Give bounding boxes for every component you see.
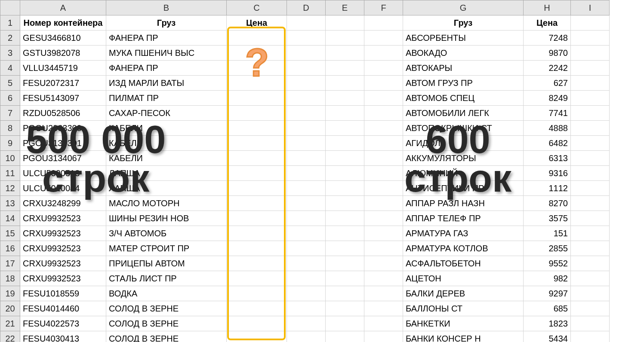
cell[interactable] [227,91,287,106]
cell[interactable] [364,46,403,61]
cell[interactable]: 9552 [524,256,571,271]
cell[interactable] [287,331,326,342]
col-header-I[interactable]: I [571,0,610,15]
cell[interactable] [364,316,403,331]
row-header[interactable]: 2 [0,31,20,46]
cell[interactable] [571,271,610,286]
cell[interactable] [227,286,287,301]
cell[interactable] [571,211,610,226]
cell[interactable] [326,211,364,226]
row-header[interactable]: 1 [0,15,20,31]
cell[interactable]: Номер контейнера [20,15,106,31]
cell[interactable] [571,106,610,121]
cell[interactable]: АЦЕТОН [403,271,524,286]
row-header[interactable]: 4 [0,61,20,76]
cell[interactable]: САХАР-ПЕСОК [106,106,227,121]
cell[interactable]: ФАНЕРА ПР [106,61,227,76]
cell[interactable] [287,91,326,106]
cell[interactable]: АВТОМОБИЛИ ЛЕГК [403,106,524,121]
cell[interactable] [227,226,287,241]
cell[interactable]: МАТЕР СТРОИТ ПР [106,241,227,256]
cell[interactable]: 1112 [524,181,571,196]
cell[interactable]: ПИЛМАТ ПР [106,91,227,106]
row-header[interactable]: 13 [0,196,20,211]
cell[interactable] [326,46,364,61]
cell[interactable] [364,241,403,256]
cell[interactable] [287,196,326,211]
cell[interactable] [287,106,326,121]
cell[interactable]: 9316 [524,166,571,181]
cell[interactable] [364,196,403,211]
cell[interactable]: МУКА ПШЕНИЧ ВЫС [106,46,227,61]
cell[interactable] [571,331,610,342]
cell[interactable]: VLLU3445719 [20,61,106,76]
cell[interactable]: БАЛКИ ДЕРЕВ [403,286,524,301]
row-header[interactable]: 12 [0,181,20,196]
cell[interactable]: КАБЕЛИ [106,136,227,151]
cell[interactable] [227,181,287,196]
cell[interactable]: АРМАТУРА КОТЛОВ [403,241,524,256]
cell[interactable]: FESU4014460 [20,301,106,316]
cell[interactable] [227,106,287,121]
cell[interactable]: Цена [524,15,571,31]
cell[interactable] [364,121,403,136]
col-header-D[interactable]: D [287,0,326,15]
cell[interactable] [326,256,364,271]
row-header[interactable]: 22 [0,331,20,342]
cell[interactable] [326,151,364,166]
cell[interactable] [287,46,326,61]
cell[interactable]: 2242 [524,61,571,76]
col-header-F[interactable]: F [364,0,403,15]
cell[interactable]: ВОДКА [106,286,227,301]
cell[interactable] [227,256,287,271]
cell[interactable] [571,121,610,136]
cell[interactable] [364,136,403,151]
cell[interactable] [571,226,610,241]
cell[interactable]: АППАР РАЗЛ НАЗН [403,196,524,211]
cell[interactable] [287,226,326,241]
cell[interactable] [227,196,287,211]
cell[interactable]: АВОКАДО [403,46,524,61]
cell[interactable] [364,151,403,166]
cell[interactable]: Груз [106,15,227,31]
cell[interactable]: ФАНЕРА ПР [106,31,227,46]
cell[interactable]: FESU5143097 [20,91,106,106]
cell[interactable] [571,151,610,166]
cell[interactable] [571,241,610,256]
cell[interactable] [571,196,610,211]
cell[interactable]: МАСЛО МОТОРН [106,196,227,211]
cell[interactable]: БАЛЛОНЫ СТ [403,301,524,316]
cell[interactable]: ПРИЦЕПЫ АВТОМ [106,256,227,271]
cell[interactable]: GESU3466810 [20,31,106,46]
cell[interactable] [287,121,326,136]
cell[interactable] [571,15,610,31]
cell[interactable] [326,121,364,136]
cell[interactable]: 982 [524,271,571,286]
cell[interactable] [571,286,610,301]
cell[interactable] [326,15,364,31]
cell[interactable]: КАБЕЛИ [106,121,227,136]
row-header[interactable]: 17 [0,256,20,271]
cell[interactable] [364,301,403,316]
cell[interactable]: АРМАТУРА ГАЗ [403,226,524,241]
row-header[interactable]: 11 [0,166,20,181]
cell[interactable] [326,166,364,181]
cell[interactable]: PGOU3134067 [20,151,106,166]
row-header[interactable]: 19 [0,286,20,301]
cell[interactable]: CRXU9932523 [20,271,106,286]
cell[interactable] [287,76,326,91]
cell[interactable] [287,316,326,331]
cell[interactable] [287,166,326,181]
cell[interactable] [287,241,326,256]
cell[interactable] [287,301,326,316]
cell[interactable] [227,61,287,76]
cell[interactable]: PGOU2063309 [20,121,106,136]
cell[interactable] [364,106,403,121]
cell[interactable] [287,286,326,301]
cell[interactable] [364,286,403,301]
cell[interactable]: 6313 [524,151,571,166]
cell[interactable]: 8270 [524,196,571,211]
cell[interactable] [287,136,326,151]
cell[interactable] [326,196,364,211]
cell[interactable]: 627 [524,76,571,91]
